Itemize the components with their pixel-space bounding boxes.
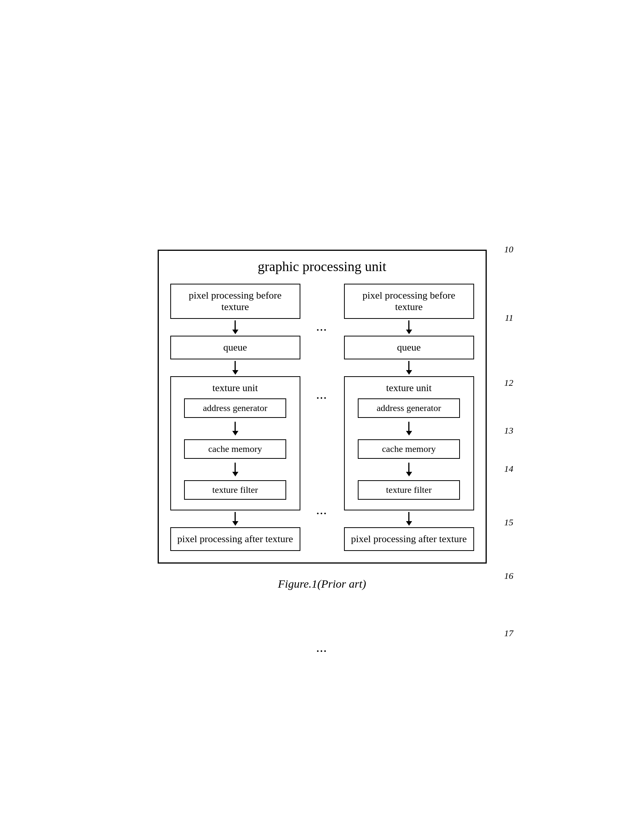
cache-memory-box-1: cache memory	[184, 439, 287, 459]
texture-unit-title-1: texture unit	[177, 382, 294, 394]
arrow-head	[406, 370, 412, 375]
arrow-head	[406, 472, 412, 476]
pixel-after-box-2: pixel processing after texture	[344, 527, 474, 551]
address-gen-box-2: address generator	[358, 398, 460, 418]
arrow-line	[408, 422, 409, 431]
ref-15: 15	[504, 517, 514, 527]
arrow-2-5	[406, 512, 412, 526]
arrow-2-3	[351, 422, 467, 436]
ref-12: 12	[504, 378, 514, 388]
arrow-1-5	[232, 512, 238, 526]
arrow-1-2	[232, 361, 238, 375]
figure-caption: Figure.1(Prior art)	[278, 577, 366, 590]
arrow-head	[406, 431, 412, 436]
dots-row-1: ...	[317, 322, 327, 333]
queue-box-2: queue	[344, 336, 474, 359]
arrow-1-3	[177, 422, 294, 436]
arrow-2-1	[406, 320, 412, 334]
arrow-head	[406, 329, 412, 334]
texture-filter-box-2: texture filter	[358, 480, 460, 500]
ref-11: 11	[505, 313, 513, 323]
arrow-head	[232, 329, 238, 334]
address-gen-box-1: address generator	[184, 398, 287, 418]
arrow-line	[235, 463, 236, 472]
gpu-title: graphic processing unit	[170, 259, 474, 275]
ref-13: 13	[504, 426, 514, 436]
column-1: pixel processing before texture queue	[170, 284, 301, 551]
page-wrapper: graphic processing unit pixel processing…	[150, 250, 495, 590]
pixel-before-box-1: pixel processing before texture	[170, 284, 301, 319]
arrow-1-1	[232, 320, 238, 334]
arrow-line	[235, 422, 236, 431]
ref-14: 14	[504, 464, 514, 474]
arrow-line	[408, 463, 409, 472]
arrow-2-2	[406, 361, 412, 375]
texture-unit-box-2: texture unit address generator cache m	[344, 376, 474, 511]
arrow-2-4	[351, 463, 467, 476]
dots-row-3: ...	[317, 506, 327, 517]
texture-unit-title-2: texture unit	[351, 382, 467, 394]
arrow-1-4	[177, 463, 294, 476]
gpu-box: graphic processing unit pixel processing…	[158, 250, 487, 563]
arrow-line	[235, 320, 236, 329]
arrow-head	[232, 521, 238, 526]
pixel-after-box-1: pixel processing after texture	[170, 527, 301, 551]
arrow-head	[232, 370, 238, 375]
texture-filter-box-1: texture filter	[184, 480, 287, 500]
ref-17: 17	[504, 628, 514, 639]
cache-memory-box-2: cache memory	[358, 439, 460, 459]
ref-10: 10	[504, 244, 514, 255]
arrow-line	[235, 512, 236, 521]
ref-16: 16	[504, 571, 514, 581]
arrow-line	[235, 361, 236, 370]
arrow-head	[406, 521, 412, 526]
arrow-head	[232, 431, 238, 436]
arrow-line	[408, 361, 409, 370]
texture-unit-box-1: texture unit address generator cache m	[170, 376, 301, 511]
queue-box-1: queue	[170, 336, 301, 359]
diagram-columns: pixel processing before texture queue	[170, 284, 474, 551]
arrow-line	[408, 320, 409, 329]
arrow-line	[408, 512, 409, 521]
dots-row-2: ...	[317, 390, 327, 401]
arrow-head	[232, 472, 238, 476]
pixel-before-box-2: pixel processing before texture	[344, 284, 474, 319]
dots-row-4: ...	[317, 643, 327, 655]
column-2: pixel processing before texture queue	[344, 284, 474, 551]
